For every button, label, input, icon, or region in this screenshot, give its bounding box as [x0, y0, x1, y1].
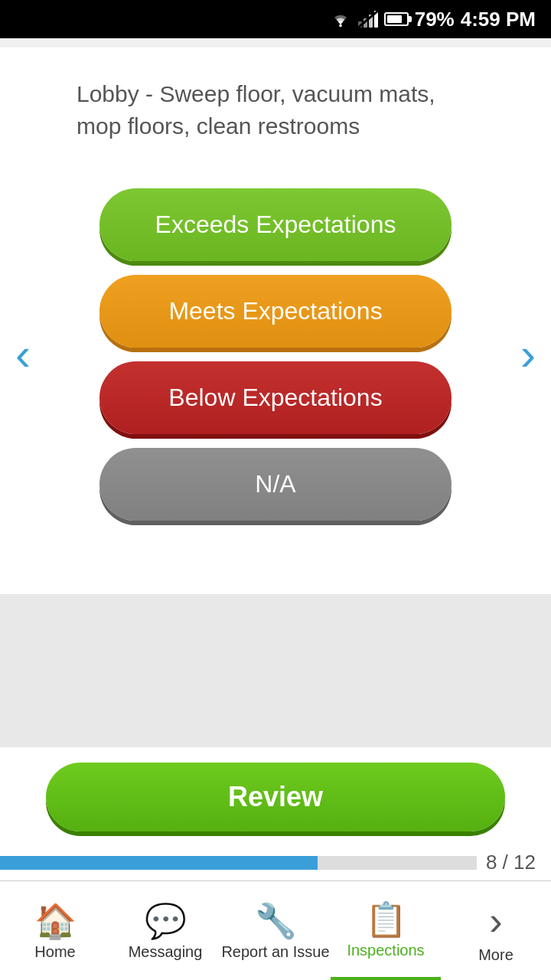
next-arrow[interactable]: ›	[520, 332, 536, 377]
battery-percent: 79%	[415, 8, 455, 31]
nav-item-messaging[interactable]: 💬 Messaging	[110, 881, 220, 980]
svg-point-0	[339, 24, 342, 28]
main-content: Lobby - Sweep floor, vacuum mats, mop fl…	[0, 47, 551, 594]
progress-text: 8 / 12	[486, 851, 536, 874]
subheader	[0, 38, 551, 47]
nav-label-report-issue: Report an Issue	[221, 942, 329, 961]
nav-item-more[interactable]: › More	[441, 881, 551, 980]
messaging-icon: 💬	[145, 904, 187, 938]
nav-label-messaging: Messaging	[129, 942, 203, 961]
nav-item-report-issue[interactable]: 🔧 Report an Issue	[220, 881, 331, 980]
progress-area: 8 / 12	[0, 843, 551, 880]
nav-item-home[interactable]: 🏠 Home	[0, 881, 110, 980]
progress-bar-container	[0, 856, 477, 870]
status-bar: 79% 4:59 PM	[0, 0, 551, 38]
review-button[interactable]: Review	[46, 763, 505, 831]
signal-icon	[358, 11, 378, 28]
exceeds-button[interactable]: Exceeds Expectations	[99, 188, 452, 261]
nav-label-home: Home	[34, 942, 75, 961]
battery-icon	[384, 12, 409, 26]
task-title: Lobby - Sweep floor, vacuum mats, mop fl…	[0, 78, 551, 142]
wifi-icon	[329, 11, 352, 28]
nav-item-inspections[interactable]: 📋 Inspections	[331, 881, 441, 980]
na-button[interactable]: N/A	[99, 448, 452, 521]
home-icon: 🏠	[34, 904, 77, 938]
more-icon: ›	[489, 901, 502, 941]
clock: 4:59 PM	[461, 8, 536, 31]
progress-bar-fill	[0, 856, 318, 870]
meets-button[interactable]: Meets Expectations	[99, 275, 452, 348]
status-icons: 79% 4:59 PM	[329, 8, 536, 31]
below-button[interactable]: Below Expectations	[99, 361, 452, 434]
bottom-nav: 🏠 Home 💬 Messaging 🔧 Report an Issue 📋 I…	[0, 880, 551, 980]
inspections-icon: 📋	[365, 903, 407, 936]
rating-container: ‹ › Exceeds Expectations Meets Expectati…	[0, 188, 551, 521]
nav-label-inspections: Inspections	[347, 941, 424, 959]
review-area: Review	[0, 747, 551, 843]
prev-arrow[interactable]: ‹	[15, 332, 31, 377]
nav-label-more: More	[478, 946, 514, 964]
gray-section	[0, 594, 551, 747]
report-issue-icon: 🔧	[255, 904, 297, 938]
